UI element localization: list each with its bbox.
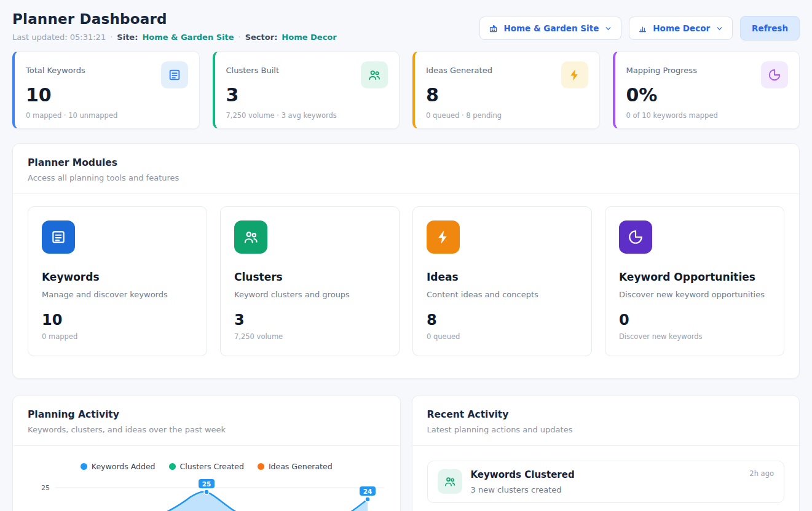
divider	[13, 193, 799, 194]
data-point-label: 24	[363, 488, 372, 495]
planning-activity-panel: Planning Activity Keywords, clusters, an…	[12, 395, 401, 511]
stat-label: Ideas Generated	[426, 61, 492, 75]
stat-caption: 7,250 volume · 3 avg keywords	[226, 111, 388, 120]
divider	[13, 445, 400, 446]
planning-activity-subtitle: Keywords, clusters, and ideas over the p…	[28, 425, 385, 434]
document-icon	[161, 61, 188, 88]
legend-item-ideas-generated: Ideas Generated	[258, 462, 333, 471]
stat-caption: 0 mapped · 10 unmapped	[26, 111, 188, 120]
sector-label: Sector:	[245, 33, 278, 42]
legend-item-clusters-created: Clusters Created	[169, 462, 244, 471]
meta-line: Last updated: 05:31:21 · Site: Home & Ga…	[12, 33, 337, 42]
bottom-row: Planning Activity Keywords, clusters, an…	[12, 395, 800, 511]
module-description: Keyword clusters and groups	[234, 290, 385, 299]
module-title: Ideas	[427, 271, 578, 283]
module-title: Clusters	[234, 271, 385, 283]
module-card-keywords[interactable]: Keywords Manage and discover keywords 10…	[28, 206, 207, 356]
separator: ·	[238, 33, 241, 42]
lightning-icon	[561, 61, 588, 88]
users-icon	[438, 469, 462, 494]
module-card-clusters[interactable]: Clusters Keyword clusters and groups 3 7…	[220, 206, 400, 356]
activity-item-keywords-clustered: Keywords Clustered 2h ago 3 new clusters…	[427, 461, 785, 503]
module-title: Keywords	[42, 271, 193, 283]
module-value: 8	[427, 311, 578, 329]
module-description: Manage and discover keywords	[42, 290, 193, 299]
chart-legend: Keywords Added Clusters Created Ideas Ge…	[28, 462, 385, 471]
module-description: Content ideas and concepts	[427, 290, 578, 299]
module-title: Keyword Opportunities	[619, 271, 770, 283]
users-icon	[361, 61, 388, 88]
legend-dot	[169, 463, 176, 470]
site-selector-dropdown[interactable]: Home & Garden Site	[479, 17, 621, 40]
y-axis-tick: 25	[41, 484, 50, 492]
stat-label: Clusters Built	[226, 61, 280, 75]
stat-card-mapping-progress: Mapping Progress 0% 0 of 10 keywords map…	[613, 51, 800, 129]
stat-caption: 0 of 10 keywords mapped	[626, 111, 789, 120]
activity-description: 3 new clusters created	[471, 485, 775, 494]
stat-card-total-keywords: Total Keywords 10 0 mapped · 10 unmapped	[12, 51, 200, 129]
activity-timestamp: 2h ago	[749, 469, 774, 478]
module-card-keyword-opportunities[interactable]: Keyword Opportunities Discover new keywo…	[605, 206, 784, 356]
planning-activity-chart: 25 25 24	[28, 477, 388, 511]
planning-activity-title: Planning Activity	[28, 409, 385, 420]
module-value: 10	[42, 311, 193, 329]
refresh-button[interactable]: Refresh	[740, 16, 800, 41]
module-card-ideas[interactable]: Ideas Content ideas and concepts 8 0 que…	[412, 206, 592, 356]
topbar: Planner Dashboard Last updated: 05:31:21…	[12, 11, 800, 42]
site-link[interactable]: Home & Garden Site	[142, 33, 234, 42]
module-description: Discover new keyword opportunities	[619, 290, 770, 299]
document-icon	[42, 220, 75, 254]
building-icon	[489, 24, 498, 33]
site-label: Site:	[117, 33, 138, 42]
lightning-icon	[427, 220, 460, 254]
stats-row: Total Keywords 10 0 mapped · 10 unmapped…	[12, 51, 800, 129]
planner-dashboard-page: Planner Dashboard Last updated: 05:31:21…	[0, 0, 812, 511]
legend-dot	[258, 463, 264, 470]
module-value: 3	[234, 311, 385, 329]
stat-label: Mapping Progress	[626, 61, 697, 75]
recent-activity-title: Recent Activity	[427, 409, 785, 420]
separator: ·	[110, 33, 112, 42]
sector-link[interactable]: Home Decor	[282, 33, 336, 42]
stat-card-ideas-generated: Ideas Generated 8 0 queued · 8 pending	[412, 51, 600, 129]
module-caption: 0 mapped	[42, 332, 193, 341]
legend-label: Keywords Added	[92, 462, 156, 471]
modules-grid: Keywords Manage and discover keywords 10…	[28, 206, 784, 356]
legend-label: Clusters Created	[180, 462, 244, 471]
bar-chart-icon	[638, 24, 647, 33]
module-caption: 0 queued	[427, 332, 578, 341]
data-point-label: 25	[202, 480, 211, 488]
chevron-down-icon	[715, 25, 723, 33]
module-caption: Discover new keywords	[619, 332, 770, 341]
legend-item-keywords-added: Keywords Added	[81, 462, 156, 471]
module-value: 0	[619, 311, 770, 329]
site-selector-value: Home & Garden Site	[503, 23, 599, 33]
users-icon	[234, 220, 267, 254]
stat-caption: 0 queued · 8 pending	[426, 111, 588, 120]
topbar-controls: Home & Garden Site Home Decor Refresh	[479, 16, 800, 41]
sector-selector-dropdown[interactable]: Home Decor	[629, 17, 733, 40]
chart-area: 25 25 24	[28, 477, 385, 511]
module-caption: 7,250 volume	[234, 332, 385, 341]
sector-selector-value: Home Decor	[653, 23, 710, 33]
chevron-down-icon	[604, 25, 612, 33]
activity-title: Keywords Clustered	[471, 469, 750, 480]
legend-dot	[81, 463, 87, 470]
topbar-left: Planner Dashboard Last updated: 05:31:21…	[12, 11, 337, 42]
stat-label: Total Keywords	[26, 61, 85, 75]
last-updated-text: Last updated: 05:31:21	[12, 33, 106, 42]
activity-body: Keywords Clustered 2h ago 3 new clusters…	[471, 469, 775, 494]
pie-chart-icon	[619, 220, 652, 254]
legend-label: Ideas Generated	[269, 462, 333, 471]
pie-chart-icon	[761, 61, 788, 88]
divider	[412, 445, 800, 446]
planner-modules-panel: Planner Modules Access all planning tool…	[12, 143, 800, 379]
recent-activity-panel: Recent Activity Latest planning actions …	[412, 395, 800, 511]
recent-activity-subtitle: Latest planning actions and updates	[427, 425, 785, 434]
page-title: Planner Dashboard	[12, 11, 337, 27]
stat-card-clusters-built: Clusters Built 3 7,250 volume · 3 avg ke…	[213, 51, 400, 129]
modules-subtitle: Access all planning tools and features	[28, 173, 784, 182]
modules-title: Planner Modules	[28, 157, 784, 168]
